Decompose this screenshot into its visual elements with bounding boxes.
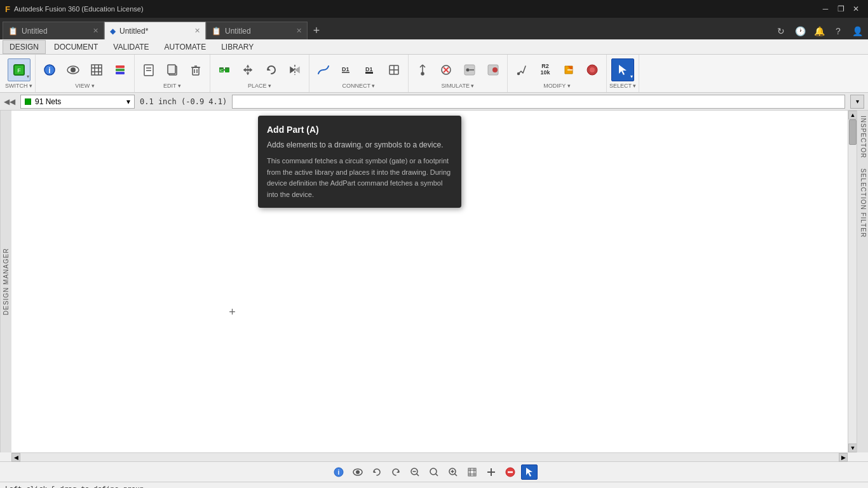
probe-btn[interactable] [411,58,434,81]
history-button[interactable]: 🕐 [792,23,808,39]
scroll-track [848,119,857,444]
bottom-toolbar: i [0,461,868,482]
selection-filter-label[interactable]: SELECTION FILTER [857,163,868,243]
command-input[interactable] [232,95,845,109]
grid-btn[interactable] [85,58,108,81]
svg-marker-68 [397,470,399,473]
inspector-label[interactable]: INSPECTOR [857,111,868,163]
value-btn[interactable]: R210k [534,58,557,81]
bt-redo[interactable] [388,464,404,480]
forward-btn[interactable] [557,58,580,81]
user-button[interactable]: 👤 [849,23,865,39]
move-btn[interactable] [236,58,259,81]
properties-btn[interactable] [510,58,533,81]
select-btn[interactable]: ▾ [611,58,634,81]
help-button[interactable]: ? [830,23,846,39]
cmd-prev[interactable]: ◀◀ [4,97,15,106]
menu-library[interactable]: LIBRARY [214,40,261,54]
bt-zoom-in[interactable] [445,464,461,480]
net-selector[interactable]: 91 Nets ▾ [20,95,135,109]
title-bar-controls[interactable]: ─ ❐ ✕ [818,3,863,15]
delete-btn[interactable] [184,58,207,81]
bt-zoom-fit[interactable] [426,464,442,480]
bt-grid[interactable] [464,464,480,480]
bt-undo[interactable] [369,464,385,480]
scroll-up-btn[interactable]: ▲ [848,111,857,119]
restore-button[interactable]: ❐ [834,3,848,15]
svg-rect-11 [116,65,125,68]
sync-button[interactable]: ↻ [773,23,789,39]
tab-label-3: Untitled [225,27,251,36]
tab-untitled-1[interactable]: 📋 Untitled ✕ [3,22,104,39]
design-manager-sidebar[interactable]: DESIGN MANAGER [0,111,11,452]
view-btn[interactable] [62,58,85,81]
svg-rect-10 [92,65,102,75]
svg-marker-36 [295,67,299,72]
bt-info[interactable]: i [330,464,347,480]
tooltip-title: Add Part (A) [267,123,452,137]
menu-automate[interactable]: AUTOMATE [158,40,214,54]
minimize-button[interactable]: ─ [818,3,832,15]
svg-point-56 [518,72,520,74]
tab-untitled-3[interactable]: 📋 Untitled ✕ [206,22,308,39]
layers-btn[interactable] [109,58,132,81]
mirror-btn[interactable] [283,58,306,81]
junction-btn[interactable] [383,58,405,81]
sim2-btn[interactable] [482,58,505,81]
bt-select[interactable] [521,464,538,480]
scroll-right-btn[interactable]: ▶ [839,453,848,462]
change-btn[interactable] [581,58,604,81]
command-dropdown[interactable]: ▾ [850,95,864,109]
svg-rect-18 [168,65,175,74]
scroll-thumb[interactable] [849,119,857,145]
toolbar-group-edit: EDIT ▾ [135,55,210,92]
svg-marker-67 [374,470,376,473]
toolbar-group-place: IC PLACE ▾ [210,55,309,92]
view-label: VIEW ▾ [75,83,95,89]
net-label-btn[interactable]: D1 [336,58,358,81]
simulate-btn[interactable] [458,58,481,81]
svg-line-75 [455,473,458,476]
tab-close-1[interactable]: ✕ [93,27,98,35]
new-btn[interactable] [137,58,160,81]
tab-close-2[interactable]: ✕ [194,27,200,35]
canvas-area[interactable]: + Add Part (A) Adds elements to a drawin… [11,111,848,452]
bt-view[interactable] [349,464,366,480]
net-label: 91 Nets [35,97,61,106]
add-tab-button[interactable]: + [308,22,325,39]
tab-icon-3: 📋 [212,27,221,36]
vertical-scrollbar[interactable]: ▲ ▼ [848,111,857,452]
close-button[interactable]: ✕ [849,3,863,15]
wire-btn[interactable] [312,58,335,81]
svg-text:i: i [338,469,340,476]
svg-line-73 [436,473,438,476]
svg-rect-12 [116,69,125,71]
add-part-btn[interactable]: IC [213,58,236,81]
app-title: Autodesk Fusion 360 (Education License) [14,5,144,13]
bt-add[interactable] [483,464,499,480]
info-btn[interactable]: i [38,58,61,81]
copy-btn[interactable] [161,58,184,81]
horizontal-scrollbar[interactable]: ◀ ▶ [11,452,848,461]
svg-point-66 [356,470,360,474]
erc-btn[interactable] [435,58,458,81]
scroll-down-btn[interactable]: ▼ [848,444,857,452]
menu-document[interactable]: DOCUMENT [47,40,105,54]
bus-btn[interactable]: D1 [359,58,382,81]
menu-design[interactable]: DESIGN [3,40,46,54]
bt-stop[interactable] [502,464,519,480]
coordinate-display: 0.1 inch (-0.9 4.1) [140,97,227,106]
bt-zoom-out[interactable] [407,464,423,480]
notifications-button[interactable]: 🔔 [811,23,827,39]
h-scroll-track [20,453,839,461]
toolbar: F ▾ SWITCH ▾ i [0,55,868,93]
tab-close-3[interactable]: ✕ [296,27,302,35]
modify-label: MODIFY ▾ [543,83,570,89]
tab-untitled-2[interactable]: ◆ Untitled* ✕ [104,22,206,39]
menu-validate[interactable]: VALIDATE [106,40,156,54]
switch-btn[interactable]: F ▾ [8,58,31,81]
svg-point-52 [466,68,470,71]
scroll-left-btn[interactable]: ◀ [11,453,20,462]
undo-btn[interactable] [260,58,283,81]
svg-marker-32 [243,65,252,75]
